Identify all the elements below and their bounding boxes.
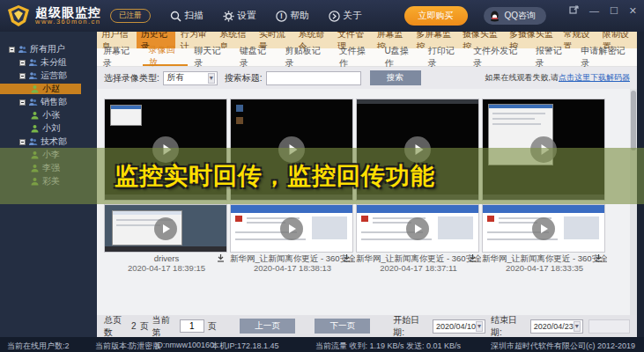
help-icon: ! bbox=[276, 11, 287, 22]
subtab-clipboard[interactable]: 剪贴板记录 bbox=[279, 48, 333, 66]
video-time: 2020-04-17 18:37:11 bbox=[356, 263, 481, 273]
decor bbox=[489, 105, 552, 108]
tree-label: 运营部 bbox=[41, 70, 67, 82]
search-icon bbox=[170, 11, 181, 22]
video-thumbnail[interactable] bbox=[230, 204, 353, 253]
end-date-select[interactable]: 2020/04/23 ▾ bbox=[530, 319, 583, 334]
nav-settings-label: 设置 bbox=[238, 10, 256, 22]
end-date-label: 结束日期: bbox=[491, 314, 525, 339]
video-thumbnail[interactable] bbox=[104, 204, 227, 253]
app-window: 超级眼监控 www.360mon.cn 已注册 扫描 设置 ! 帮助 关于 立 bbox=[0, 0, 644, 352]
subtab-video-playback[interactable]: 录像回放 bbox=[143, 48, 189, 66]
svg-text:!: ! bbox=[280, 11, 283, 20]
download-icon[interactable] bbox=[595, 254, 603, 262]
play-button[interactable] bbox=[406, 217, 429, 240]
tree-user[interactable]: 小刘 bbox=[0, 123, 97, 134]
empty-box bbox=[588, 319, 630, 334]
decor bbox=[492, 113, 545, 114]
subtab-usb-ops[interactable]: U盘操作 bbox=[379, 48, 422, 66]
start-date-select[interactable]: 2020/04/10 ▾ bbox=[433, 319, 485, 334]
subtab-print-record[interactable]: 打印记录 bbox=[422, 48, 468, 66]
expander-icon[interactable] bbox=[19, 139, 26, 145]
tree-group-operations[interactable]: 运营部 bbox=[0, 70, 97, 81]
subtab-file-ops[interactable]: 文件操作 bbox=[333, 48, 379, 66]
subtab-keylog[interactable]: 键盘记录 bbox=[233, 48, 279, 66]
search-title-label: 搜索标题: bbox=[225, 72, 263, 84]
download-icon[interactable] bbox=[343, 254, 351, 262]
video-thumbnail[interactable] bbox=[482, 204, 605, 253]
close-button[interactable]: ✕ bbox=[629, 6, 637, 16]
play-button[interactable] bbox=[154, 217, 177, 240]
expander-icon[interactable] bbox=[19, 60, 26, 66]
video-time: 2020-04-17 18:39:15 bbox=[104, 263, 229, 273]
nav-settings[interactable]: 设置 bbox=[223, 10, 256, 22]
start-date-label: 开始日期: bbox=[393, 314, 427, 339]
decor bbox=[492, 123, 541, 125]
maximize-button[interactable]: ☐ bbox=[610, 6, 618, 16]
decor bbox=[236, 117, 243, 124]
traffic-status: 当前流量 收到: 1.19 KB/s 发送: 0.01 KB/s bbox=[315, 341, 461, 352]
top-navigation: 扫描 设置 ! 帮助 关于 bbox=[170, 10, 362, 22]
subtab-screen-record[interactable]: 屏幕记录 bbox=[97, 48, 143, 66]
tree-user[interactable]: 小张 bbox=[0, 110, 97, 121]
buy-now-button[interactable]: 立即购买 bbox=[404, 6, 468, 26]
expander-icon[interactable] bbox=[19, 73, 26, 79]
nav-help[interactable]: ! 帮助 bbox=[276, 10, 309, 22]
total-pages-value: 2 bbox=[131, 321, 137, 331]
app-logo: 超级眼监控 www.360mon.cn bbox=[7, 4, 101, 27]
app-url: www.360mon.cn bbox=[35, 18, 101, 26]
download-icon[interactable] bbox=[469, 254, 477, 262]
nav-about[interactable]: 关于 bbox=[329, 10, 362, 22]
video-type-select[interactable]: 所有 ▾ bbox=[163, 71, 218, 85]
play-button[interactable] bbox=[532, 217, 555, 240]
tree-label: 小刘 bbox=[42, 122, 60, 135]
registered-badge: 已注册 bbox=[110, 9, 151, 23]
user-icon bbox=[30, 124, 40, 134]
group-icon bbox=[28, 137, 38, 147]
scrollbar-thumb[interactable] bbox=[631, 91, 636, 150]
title-bar: 超级眼监控 www.360mon.cn 已注册 扫描 设置 ! 帮助 关于 立 bbox=[0, 0, 644, 32]
watermark-text: 监控实时回传，监控回传功能 bbox=[115, 160, 435, 192]
decor-header bbox=[483, 205, 604, 213]
subtab-alarm-record[interactable]: 报警记录 bbox=[529, 48, 575, 66]
next-page-button[interactable]: 下一页 bbox=[315, 319, 370, 334]
play-icon bbox=[163, 224, 170, 233]
subtab-file-outgoing[interactable]: 文件外发记录 bbox=[467, 48, 529, 66]
tree-group-ungrouped[interactable]: 未分组 bbox=[0, 57, 97, 68]
decoder-download-link[interactable]: 点击这里下载解码器 bbox=[559, 73, 630, 82]
tree-group-all-users[interactable]: 所有用户 bbox=[0, 44, 97, 55]
decor bbox=[236, 105, 243, 112]
tree-label: 所有用户 bbox=[30, 43, 65, 55]
search-title-input[interactable] bbox=[266, 71, 361, 85]
video-thumbnail[interactable] bbox=[356, 204, 479, 253]
gear-icon bbox=[223, 11, 234, 22]
search-button[interactable]: 搜索 bbox=[370, 70, 421, 85]
play-button[interactable] bbox=[280, 217, 303, 240]
current-page-input[interactable] bbox=[180, 319, 204, 333]
current-page-unit: 页 bbox=[208, 320, 217, 333]
expander-icon[interactable] bbox=[19, 99, 26, 106]
nav-scan[interactable]: 扫描 bbox=[170, 10, 204, 22]
decor-header bbox=[357, 205, 478, 213]
decor bbox=[312, 216, 347, 239]
subtab-chat-record[interactable]: 聊天记录 bbox=[188, 48, 233, 66]
qq-consult-button[interactable]: QQ咨询 bbox=[484, 7, 547, 25]
expander-icon[interactable] bbox=[9, 47, 15, 53]
video-title: drivers bbox=[104, 253, 229, 263]
download-icon[interactable] bbox=[217, 254, 225, 262]
chevron-down-icon: ▾ bbox=[208, 73, 215, 84]
tree-user-selected[interactable]: 小赵 bbox=[0, 84, 81, 94]
decor bbox=[361, 216, 368, 222]
logo-icon bbox=[7, 4, 30, 27]
user-icon bbox=[30, 111, 40, 121]
subtab-decrypt-request[interactable]: 申请解密记录 bbox=[575, 48, 638, 66]
decor bbox=[357, 99, 478, 104]
minimize-button[interactable]: — bbox=[589, 6, 599, 16]
decor bbox=[247, 222, 285, 224]
tree-group-sales[interactable]: 销售部 bbox=[0, 97, 97, 107]
tree-group-tech[interactable]: 技术部 bbox=[0, 136, 97, 147]
decor bbox=[564, 216, 599, 239]
prev-page-button[interactable]: 上一页 bbox=[240, 319, 295, 334]
skin-button[interactable] bbox=[569, 5, 579, 17]
nav-help-label: 帮助 bbox=[291, 10, 309, 22]
